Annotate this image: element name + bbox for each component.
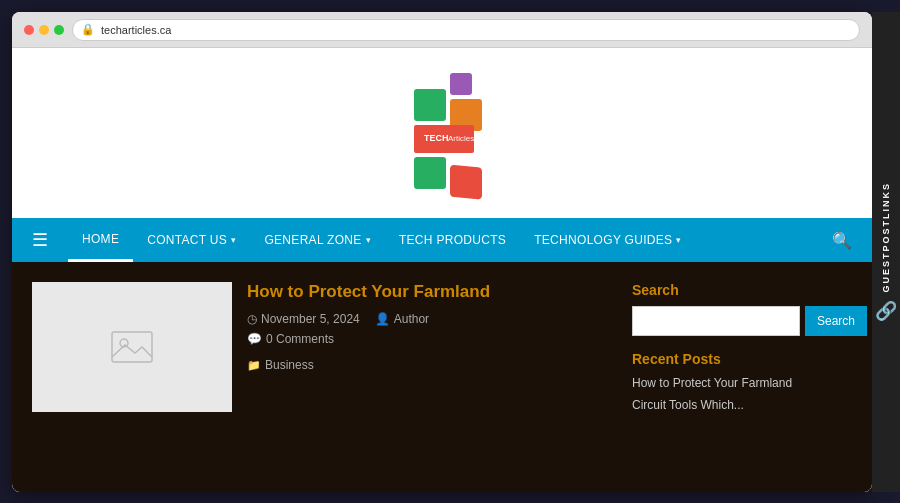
article-comments: 0 Comments	[266, 332, 334, 346]
article-date-meta: ◷ November 5, 2024	[247, 312, 360, 326]
recent-post-1[interactable]: How to Protect Your Farmland	[632, 375, 852, 392]
logo-area: TECH Articles	[12, 48, 872, 218]
link-icon: 🔗	[875, 300, 897, 322]
contact-dropdown-arrow: ▾	[231, 235, 236, 245]
hamburger-menu[interactable]: ☰	[32, 229, 48, 251]
close-button[interactable]	[24, 25, 34, 35]
svg-rect-0	[450, 73, 472, 95]
svg-rect-1	[414, 89, 446, 121]
svg-text:TECH: TECH	[424, 133, 449, 143]
article-meta: ◷ November 5, 2024 👤 Author	[247, 312, 612, 326]
article-date: November 5, 2024	[261, 312, 360, 326]
address-bar[interactable]: 🔒 techarticles.ca	[72, 19, 860, 41]
guestpostlinks-sidebar[interactable]: GUESTPOSTLINKS 🔗	[872, 12, 900, 492]
recent-posts-title: Recent Posts	[632, 351, 852, 367]
maximize-button[interactable]	[54, 25, 64, 35]
technology-dropdown-arrow: ▾	[676, 235, 681, 245]
article-category: 📁 Business	[247, 358, 314, 372]
logo-svg: TECH Articles	[362, 71, 522, 201]
search-row: Search	[632, 306, 852, 336]
lock-icon: 🔒	[81, 23, 95, 36]
svg-rect-8	[112, 332, 152, 362]
window-controls	[24, 25, 64, 35]
nav-contact-us[interactable]: CONTACT US ▾	[133, 218, 250, 262]
nav-technology-guides[interactable]: TECHNOLOGY GUIDES ▾	[520, 218, 696, 262]
article-details: How to Protect Your Farmland ◷ November …	[247, 282, 612, 472]
url-text: techarticles.ca	[101, 24, 171, 36]
search-button[interactable]: Search	[805, 306, 867, 336]
general-dropdown-arrow: ▾	[366, 235, 371, 245]
folder-icon: 📁	[247, 359, 261, 372]
browser-titlebar: 🔒 techarticles.ca	[12, 12, 872, 48]
nav-tech-products[interactable]: TECH PRODUCTS	[385, 218, 520, 262]
main-content: How to Protect Your Farmland ◷ November …	[12, 262, 872, 492]
svg-rect-6	[414, 157, 446, 189]
navbar: ☰ HOME CONTACT US ▾ GENERAL ZONE ▾ TECH …	[12, 218, 872, 262]
image-placeholder-icon	[107, 327, 157, 367]
article-title[interactable]: How to Protect Your Farmland	[247, 282, 612, 302]
nav-home[interactable]: HOME	[68, 218, 133, 262]
comments-row: 💬 0 Comments	[247, 332, 612, 346]
article-thumbnail	[32, 282, 232, 412]
site-logo[interactable]: TECH Articles	[362, 71, 522, 201]
article-author-meta: 👤 Author	[375, 312, 429, 326]
website-content: TECH Articles ☰ HOME CONTACT US ▾	[12, 48, 872, 492]
minimize-button[interactable]	[39, 25, 49, 35]
search-input[interactable]	[632, 306, 800, 336]
browser-window: 🔒 techarticles.ca TECH Articles	[12, 12, 872, 492]
user-icon: 👤	[375, 312, 390, 326]
comment-icon: 💬	[247, 332, 262, 346]
sidebar: Search Search Recent Posts How to Protec…	[632, 282, 852, 472]
nav-general-zone[interactable]: GENERAL ZONE ▾	[250, 218, 385, 262]
search-icon[interactable]: 🔍	[832, 231, 852, 250]
clock-icon: ◷	[247, 312, 257, 326]
guestpostlinks-text: GUESTPOSTLINKS	[881, 182, 891, 293]
articles-section: How to Protect Your Farmland ◷ November …	[32, 282, 612, 472]
recent-post-2[interactable]: Circuit Tools Which...	[632, 397, 852, 414]
svg-text:Articles: Articles	[448, 134, 474, 143]
nav-items: HOME CONTACT US ▾ GENERAL ZONE ▾ TECH PR…	[68, 218, 832, 262]
article-author: Author	[394, 312, 429, 326]
svg-rect-7	[450, 164, 482, 199]
sidebar-search-title: Search	[632, 282, 852, 298]
